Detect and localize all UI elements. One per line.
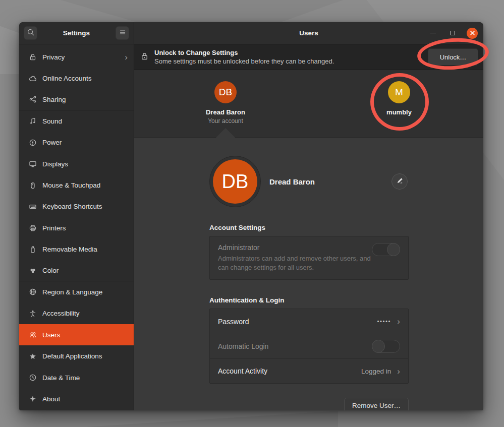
color-circles-icon bbox=[28, 266, 37, 275]
maximize-icon bbox=[451, 31, 455, 35]
sidebar-item-label: About bbox=[42, 395, 60, 403]
sidebar-item-date-time[interactable]: Date & Time bbox=[19, 367, 134, 388]
mouse-icon bbox=[28, 181, 37, 190]
sidebar-item-color[interactable]: Color bbox=[19, 260, 134, 281]
banner-title: Unlock to Change Settings bbox=[154, 49, 334, 56]
cloud-icon bbox=[28, 74, 37, 83]
user-carousel: DB Dread Baron Your account M mumbly bbox=[134, 70, 483, 138]
star-icon bbox=[28, 352, 37, 360]
carousel-user-dread-baron[interactable]: DB Dread Baron Your account bbox=[185, 81, 266, 125]
sidebar-item-sharing[interactable]: Sharing bbox=[19, 89, 134, 110]
sidebar-item-label: Power bbox=[42, 139, 62, 146]
sidebar-item-keyboard-shortcuts[interactable]: Keyboard Shortcuts bbox=[19, 196, 134, 217]
profile-avatar[interactable]: DB bbox=[213, 159, 257, 204]
maximize-button[interactable] bbox=[447, 28, 458, 39]
edit-name-button[interactable] bbox=[391, 173, 408, 190]
sidebar-item-privacy[interactable]: Privacy › bbox=[19, 46, 134, 68]
sidebar-item-default-applications[interactable]: Default Applications bbox=[19, 345, 134, 367]
password-dots: ••••• bbox=[377, 319, 391, 324]
sidebar-item-label: Color bbox=[42, 267, 59, 274]
sidebar-item-label: Sharing bbox=[42, 96, 66, 103]
remove-user-button[interactable]: Remove User… bbox=[344, 398, 409, 410]
sidebar-item-label: Displays bbox=[42, 160, 68, 168]
sidebar-item-label: Mouse & Touchpad bbox=[42, 181, 100, 189]
sidebar-item-sound[interactable]: Sound bbox=[19, 110, 134, 132]
sidebar-item-label: Users bbox=[42, 331, 60, 339]
users-icon bbox=[28, 331, 37, 339]
user-name: mumbly bbox=[386, 108, 412, 116]
sidebar-item-about[interactable]: About bbox=[19, 388, 134, 409]
sidebar-item-label: Online Accounts bbox=[42, 75, 92, 82]
window-controls bbox=[427, 28, 483, 39]
sidebar-item-power[interactable]: Power bbox=[19, 132, 134, 153]
auth-card: Password ••••• › Automatic Login Acco bbox=[209, 309, 409, 384]
wallpaper-polygon bbox=[86, 411, 338, 427]
sidebar-item-accessibility[interactable]: Accessibility bbox=[19, 303, 134, 324]
account-settings-heading: Account Settings bbox=[209, 224, 409, 231]
search-button[interactable] bbox=[24, 26, 37, 40]
globe-icon bbox=[28, 288, 37, 296]
sidebar-item-label: Accessibility bbox=[42, 310, 80, 317]
sidebar-item-removable-media[interactable]: Removable Media bbox=[19, 239, 134, 260]
pencil-icon bbox=[396, 177, 404, 187]
sidebar-item-label: Date & Time bbox=[42, 374, 80, 382]
banner-subtitle: Some settings must be unlocked before th… bbox=[154, 57, 334, 65]
toggle-knob bbox=[387, 243, 400, 256]
chevron-right-icon: › bbox=[397, 367, 400, 376]
search-icon bbox=[27, 28, 35, 38]
administrator-toggle[interactable] bbox=[372, 243, 400, 256]
avatar: M bbox=[388, 81, 410, 103]
sidebar-item-online-accounts[interactable]: Online Accounts bbox=[19, 68, 134, 89]
sidebar-app-title: Settings bbox=[37, 29, 116, 37]
titlebar[interactable]: Users bbox=[134, 22, 483, 44]
profile-name: Dread Baron bbox=[269, 177, 315, 186]
account-activity-value: Logged in bbox=[361, 368, 391, 375]
password-label: Password bbox=[218, 318, 249, 326]
automatic-login-toggle[interactable] bbox=[372, 340, 400, 353]
administrator-card: Administrator Administrators can add and… bbox=[209, 236, 409, 280]
sidebar-nav: Privacy › Online Accounts Sharing So bbox=[19, 44, 134, 410]
sidebar-header: Settings bbox=[19, 22, 134, 44]
carousel-user-mumbly[interactable]: M mumbly bbox=[359, 81, 439, 116]
automatic-login-label: Automatic Login bbox=[218, 342, 268, 350]
sidebar: Settings Privacy › Online Accounts bbox=[19, 22, 134, 410]
sidebar-item-label: Removable Media bbox=[42, 246, 97, 253]
account-activity-row[interactable]: Account Activity Logged in › bbox=[210, 358, 408, 383]
close-button[interactable] bbox=[467, 28, 478, 39]
sidebar-item-label: Printers bbox=[42, 224, 66, 232]
sidebar-item-label: Sound bbox=[42, 117, 62, 125]
chevron-right-icon: › bbox=[125, 53, 128, 62]
hamburger-menu-icon bbox=[119, 28, 127, 38]
lock-icon bbox=[28, 53, 37, 62]
banner-text: Unlock to Change Settings Some settings … bbox=[154, 49, 334, 65]
lock-icon bbox=[140, 52, 149, 63]
display-icon bbox=[28, 160, 37, 168]
automatic-login-row: Automatic Login bbox=[210, 334, 408, 358]
primary-menu-button[interactable] bbox=[116, 26, 129, 40]
unlock-button[interactable]: Unlock… bbox=[428, 48, 478, 66]
minimize-icon bbox=[430, 33, 436, 34]
close-icon bbox=[470, 29, 475, 38]
account-activity-label: Account Activity bbox=[218, 367, 267, 375]
sidebar-item-region-language[interactable]: Region & Language bbox=[19, 281, 134, 302]
auth-login-heading: Authentication & Login bbox=[209, 296, 409, 304]
sidebar-item-label: Region & Language bbox=[42, 288, 102, 296]
minimize-button[interactable] bbox=[427, 28, 438, 39]
sidebar-item-label: Privacy bbox=[42, 53, 65, 61]
power-icon bbox=[28, 138, 37, 147]
accessibility-icon bbox=[28, 309, 37, 318]
sidebar-item-displays[interactable]: Displays bbox=[19, 153, 134, 174]
user-name: Dread Baron bbox=[206, 108, 245, 116]
selected-user-pointer bbox=[216, 128, 235, 138]
settings-window: Settings Privacy › Online Accounts bbox=[19, 22, 483, 410]
password-row[interactable]: Password ••••• › bbox=[210, 309, 408, 334]
user-detail-panel: DB Dread Baron Account Settings Administ… bbox=[134, 138, 483, 410]
printer-icon bbox=[28, 224, 37, 232]
toggle-knob bbox=[372, 340, 385, 353]
sidebar-item-users[interactable]: Users bbox=[19, 324, 134, 345]
sidebar-item-label: Keyboard Shortcuts bbox=[42, 203, 102, 210]
sidebar-item-printers[interactable]: Printers bbox=[19, 217, 134, 238]
music-note-icon bbox=[28, 117, 37, 126]
unlock-banner: Unlock to Change Settings Some settings … bbox=[134, 44, 483, 70]
sidebar-item-mouse-touchpad[interactable]: Mouse & Touchpad bbox=[19, 174, 134, 196]
